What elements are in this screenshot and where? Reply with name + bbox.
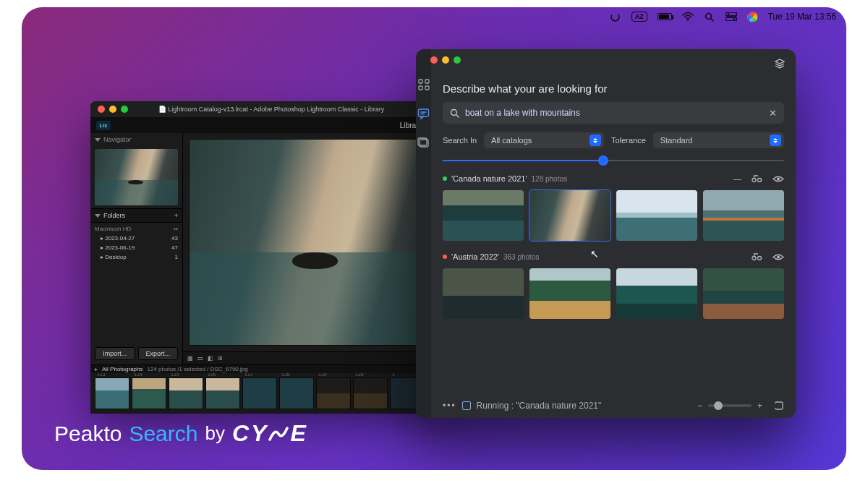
brand-peakto: Peakto <box>54 422 122 446</box>
result-thumbnail[interactable] <box>703 190 784 241</box>
peakto-sidebar <box>416 49 431 418</box>
chat-search-icon[interactable] <box>417 107 430 120</box>
result-thumbnail[interactable] <box>529 190 610 241</box>
filmstrip-source[interactable]: All Photographs <box>102 366 142 372</box>
open-external-icon[interactable] <box>752 174 762 183</box>
macos-menubar: AZ Tue 19 Mar 13:56 <box>610 7 846 26</box>
svg-rect-8 <box>419 80 422 83</box>
plus-icon[interactable]: + <box>174 212 178 219</box>
filmstrip-thumb[interactable]: 118 <box>279 377 314 409</box>
window-title: 📄 Lightroom Catalog-v13.lrcat - Adobe Ph… <box>90 106 452 113</box>
eye-icon[interactable] <box>773 175 784 183</box>
image-stack-icon[interactable] <box>417 136 430 149</box>
svg-point-23 <box>758 257 762 260</box>
battery-icon[interactable] <box>658 13 672 20</box>
result-thumbnail[interactable] <box>616 190 697 241</box>
svg-point-1 <box>687 20 689 21</box>
filmstrip-thumb[interactable]: 119 <box>316 377 351 409</box>
grid-view-icon[interactable]: ▦ <box>187 355 193 362</box>
loupe-view[interactable] <box>189 139 446 346</box>
filmstrip-info: 124 photos /1 selected / DSC_6790.jpg <box>147 366 247 372</box>
filmstrip-toggle-icon[interactable]: ▸ <box>95 366 98 372</box>
navigator-header: Navigator <box>103 136 132 143</box>
window-titlebar[interactable]: 📄 Lightroom Catalog-v13.lrcat - Adobe Ph… <box>90 101 452 117</box>
search-in-select[interactable]: All catalogs <box>484 132 604 148</box>
zoom-slider[interactable] <box>708 404 752 407</box>
tolerance-select[interactable]: Standard <box>653 132 784 148</box>
filmstrip-thumb[interactable]: 117 <box>242 377 277 409</box>
import-button[interactable]: Import... <box>95 347 135 360</box>
status-text: Running : "Canada nature 2021" <box>477 401 602 411</box>
folder-item[interactable]: ▸ 2023-04-2743 <box>90 234 182 243</box>
more-menu-button[interactable]: ••• <box>443 401 456 411</box>
filmstrip-thumb[interactable]: 120 <box>353 377 388 409</box>
svg-point-22 <box>752 257 756 260</box>
folder-item[interactable]: ▸ Desktop1 <box>90 252 182 262</box>
wifi-icon[interactable] <box>682 11 694 22</box>
collapse-icon[interactable]: — <box>733 174 741 183</box>
brand-cyme: CY E <box>232 420 307 447</box>
status-indicator-icon <box>462 401 471 410</box>
chevron-down-icon[interactable] <box>95 214 101 218</box>
spotlight-icon[interactable] <box>704 11 715 22</box>
filmstrip[interactable]: 113 114 115 116 117 118 119 120 1 <box>90 373 452 414</box>
chevron-down-icon[interactable] <box>95 138 101 142</box>
lightroom-logo-icon: Lrc <box>96 121 111 130</box>
close-window-button[interactable] <box>430 56 438 64</box>
siri-icon[interactable] <box>747 12 758 22</box>
grid-icon[interactable] <box>417 78 430 91</box>
brand-footer: Peakto Search by CY E <box>54 420 307 447</box>
slider-handle[interactable] <box>714 401 723 410</box>
folders-header: Folders <box>103 212 125 219</box>
menubar-datetime[interactable]: Tue 19 Mar 13:56 <box>768 12 836 22</box>
toolbar: ▦ ▭ ◧ ⊞ <box>183 351 452 364</box>
folder-item[interactable]: ▸ 2023-06-1947 <box>90 243 182 252</box>
drive-item[interactable]: Macintosh HD▪▪ <box>90 224 182 234</box>
search-in-label: Search In <box>443 136 477 145</box>
result-group-count: 363 photos <box>503 253 540 261</box>
filmstrip-thumb[interactable]: 113 <box>95 377 129 409</box>
search-input[interactable] <box>465 108 763 118</box>
zoom-out-button[interactable]: − <box>697 401 702 411</box>
filmstrip-thumb[interactable]: 114 <box>132 377 166 409</box>
svg-rect-11 <box>425 86 429 90</box>
status-dot-icon <box>443 255 447 259</box>
slider-handle[interactable] <box>598 155 608 166</box>
compare-view-icon[interactable]: ◧ <box>208 355 213 362</box>
loupe-view-icon[interactable]: ▭ <box>197 355 203 362</box>
survey-view-icon[interactable]: ⊞ <box>218 355 223 362</box>
filmstrip-thumb[interactable]: 115 <box>169 377 203 409</box>
result-thumbnail[interactable] <box>529 268 610 319</box>
result-thumbnail[interactable] <box>443 268 524 319</box>
fullscreen-icon[interactable] <box>774 401 784 411</box>
eye-icon[interactable] <box>773 253 784 261</box>
result-thumbnail[interactable] <box>703 268 784 319</box>
clear-search-button[interactable]: ✕ <box>769 108 777 119</box>
result-thumbnail[interactable] <box>443 190 524 241</box>
svg-rect-6 <box>726 17 737 21</box>
maximize-window-button[interactable] <box>454 56 461 64</box>
filmstrip-thumb[interactable]: 116 <box>205 377 240 409</box>
svg-rect-4 <box>726 12 737 16</box>
result-group-title[interactable]: 'Canada nature 2021' <box>451 174 527 183</box>
minimize-window-button[interactable] <box>442 56 449 64</box>
svg-point-0 <box>611 13 619 21</box>
layers-icon[interactable] <box>774 58 786 69</box>
svg-point-5 <box>727 13 729 15</box>
svg-rect-26 <box>774 404 777 408</box>
navigator-preview[interactable] <box>95 149 178 205</box>
lightroom-left-panel: Navigator Folders+ Macintosh HD▪▪ ▸ 2023… <box>90 133 183 364</box>
status-dot-icon <box>443 176 447 181</box>
input-source-indicator[interactable]: AZ <box>631 12 647 22</box>
svg-rect-12 <box>419 109 429 116</box>
search-field[interactable]: ✕ <box>443 102 784 124</box>
control-center-icon[interactable] <box>726 11 737 22</box>
result-group-title[interactable]: 'Austria 2022' <box>451 252 499 261</box>
svg-rect-10 <box>419 86 422 90</box>
svg-point-19 <box>752 179 756 182</box>
zoom-in-button[interactable]: + <box>757 401 762 411</box>
export-button[interactable]: Export... <box>138 347 179 360</box>
result-thumbnail[interactable] <box>616 268 697 319</box>
open-external-icon[interactable] <box>752 252 762 261</box>
tolerance-slider[interactable] <box>443 158 784 163</box>
